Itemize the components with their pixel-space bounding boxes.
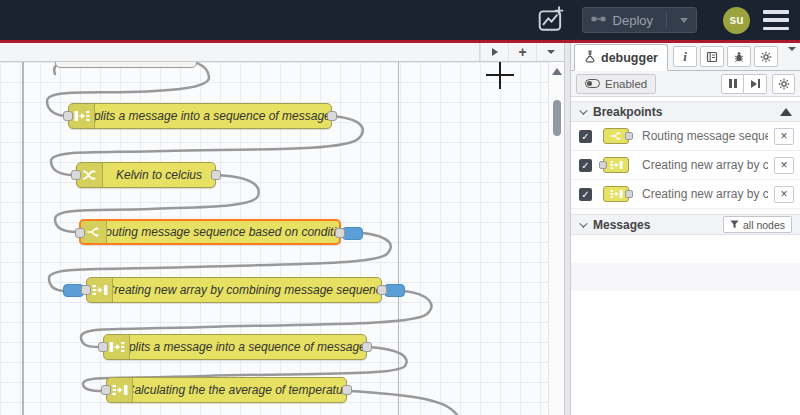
flow-node[interactable]: Splits a message into a sequence of mess… — [68, 103, 332, 129]
user-avatar[interactable]: su — [723, 7, 750, 34]
remove-breakpoint-button[interactable]: × — [774, 157, 794, 174]
breakpoint-label: Creating new array by combining message … — [642, 158, 768, 172]
breakpoint-label: Creating new array by combining message … — [642, 187, 768, 201]
messages-section-header[interactable]: Messages all nodes — [571, 214, 800, 235]
section-scroll-up-icon[interactable] — [780, 108, 792, 116]
sidebar-tabs: debugger i — [571, 43, 800, 71]
switch-node-icon — [603, 128, 629, 144]
breakpoint-checkbox[interactable]: ✓ — [579, 130, 592, 143]
breakpoints-section-header[interactable]: Breakpoints — [571, 101, 800, 122]
breakpoints-title: Breakpoints — [593, 105, 662, 119]
sidebar-collapse-icon[interactable] — [788, 51, 796, 69]
remove-breakpoint-button[interactable]: × — [774, 186, 794, 203]
output-port[interactable] — [377, 285, 387, 295]
flow-node[interactable]: Routing message sequence based on condit… — [79, 219, 341, 245]
message-filter-button[interactable]: all nodes — [723, 216, 792, 233]
flow-tabbar: + — [0, 43, 564, 62]
node-label: Splits a message into a sequence of mess… — [95, 104, 331, 128]
debugger-content: Breakpoints ✓ Routing message sequence b… — [571, 97, 800, 415]
pause-button[interactable] — [721, 74, 744, 94]
node-label: Kelvin to celcius — [103, 163, 215, 187]
flow-list-icon[interactable] — [536, 43, 564, 61]
toggle-icon — [585, 79, 600, 88]
bug-icon — [733, 51, 745, 63]
info-button[interactable]: i — [673, 46, 697, 67]
breakpoint-row: ✓ Routing message sequence based on cond… — [571, 122, 800, 151]
output-port[interactable] — [327, 111, 337, 121]
breakpoint-checkbox[interactable]: ✓ — [579, 188, 592, 201]
flow-node[interactable]: Calculating the the average of temperatu… — [106, 377, 347, 403]
deploy-label: Deploy — [613, 13, 653, 28]
gear-icon — [760, 51, 772, 63]
app-header: Deploy su — [0, 0, 800, 40]
input-port[interactable] — [71, 170, 81, 180]
empty-message-row — [571, 235, 800, 263]
output-port[interactable] — [211, 170, 221, 180]
step-icon — [751, 79, 760, 88]
breakpoint-marker[interactable] — [384, 284, 405, 297]
debug-sidebar: debugger i — [571, 43, 800, 415]
canvas-vertical-scrollbar[interactable] — [548, 62, 564, 415]
node-label: Creating new array by combining message … — [113, 278, 381, 302]
output-port[interactable] — [342, 385, 352, 395]
avatar-initials: su — [729, 13, 743, 27]
output-port[interactable] — [335, 228, 345, 238]
chevron-down-icon — [579, 106, 587, 114]
input-port[interactable] — [101, 385, 111, 395]
breakpoint-marker[interactable] — [342, 227, 363, 240]
breakpoint-checkbox[interactable]: ✓ — [579, 159, 592, 172]
messages-title: Messages — [593, 218, 650, 232]
flow-canvas[interactable]: Splits a message into a sequence of mess… — [0, 62, 548, 415]
tab-debugger[interactable]: debugger — [574, 44, 668, 71]
scroll-up-icon[interactable] — [552, 68, 562, 75]
add-flow-button[interactable]: + — [508, 43, 536, 61]
deploy-icon — [591, 13, 606, 28]
step-button[interactable] — [744, 74, 767, 94]
flow-node[interactable]: Kelvin to celcius — [76, 162, 216, 188]
flow-node[interactable]: Splits a message into a sequence of mess… — [103, 334, 367, 360]
output-port-icon — [625, 132, 633, 140]
deploy-divider — [666, 12, 667, 28]
deploy-button[interactable]: Deploy — [582, 7, 697, 33]
input-port-icon — [599, 161, 607, 169]
scroll-tabs-right-icon[interactable] — [480, 43, 508, 61]
output-port-icon — [625, 190, 633, 198]
menu-icon[interactable] — [763, 10, 789, 30]
breakpoint-label: Routing message sequence based on condit… — [642, 129, 768, 143]
enabled-toggle[interactable]: Enabled — [576, 74, 656, 94]
debugger-settings-button[interactable] — [772, 74, 795, 94]
sidebar-splitter[interactable] — [564, 43, 571, 415]
debug-bug-button[interactable] — [727, 46, 751, 67]
join-node-icon — [603, 157, 629, 173]
deploy-caret-icon[interactable] — [680, 18, 688, 23]
docs-button[interactable] — [700, 46, 724, 67]
input-port[interactable] — [75, 228, 85, 238]
remove-breakpoint-button[interactable]: × — [774, 128, 794, 145]
flask-icon — [584, 50, 596, 66]
breakpoint-row: ✓ Creating new array by combining messag… — [571, 180, 800, 209]
tab-debugger-label: debugger — [601, 51, 658, 65]
join-node-icon — [603, 186, 629, 202]
book-icon — [706, 51, 718, 63]
node-label: Calculating the the average of temperatu… — [133, 378, 346, 402]
filter-funnel-icon — [730, 220, 739, 229]
export-chart-icon[interactable] — [536, 6, 566, 34]
crosshair-cursor — [499, 62, 501, 89]
settings-button[interactable] — [754, 46, 778, 67]
node-label: Routing message sequence based on condit… — [107, 221, 339, 243]
empty-message-row — [571, 263, 800, 291]
pause-icon — [729, 79, 737, 88]
filter-label: all nodes — [743, 219, 785, 231]
gear-icon — [778, 78, 790, 90]
chevron-down-icon — [579, 219, 587, 227]
input-port[interactable] — [98, 342, 108, 352]
breakpoint-row: ✓ Creating new array by combining messag… — [571, 151, 800, 180]
flow-node[interactable]: Creating new array by combining message … — [86, 277, 382, 303]
scrollbar-thumb[interactable] — [553, 100, 561, 136]
flow-node-clipped[interactable] — [55, 62, 197, 68]
debugger-toolbar: Enabled — [571, 71, 800, 97]
enabled-label: Enabled — [605, 78, 647, 90]
input-port[interactable] — [63, 111, 73, 121]
input-port[interactable] — [81, 285, 91, 295]
output-port[interactable] — [362, 342, 372, 352]
